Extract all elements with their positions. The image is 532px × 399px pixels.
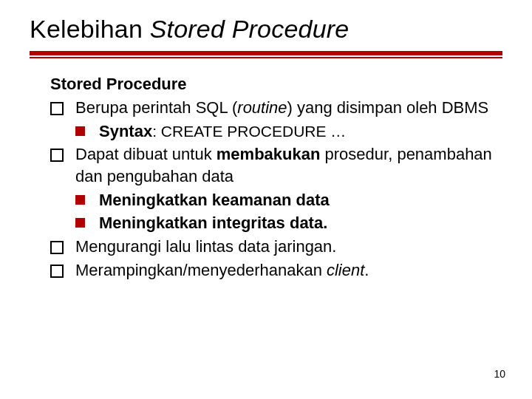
title-text-plain: Kelebihan (30, 15, 150, 43)
text-italic: client (327, 261, 364, 279)
text: : CREATE PROCEDURE … (152, 123, 346, 140)
text: . (364, 261, 369, 279)
text-italic: routine (237, 98, 287, 117)
text: Berupa perintah SQL ( (75, 98, 237, 117)
text-bold: Syntax (99, 122, 152, 140)
text: Mengurangi lalu lintas data jaringan. (75, 237, 336, 256)
list-item: Meningkatkan keamanan data (75, 189, 502, 211)
bullet-list: Berupa perintah SQL (routine) yang disim… (50, 97, 502, 282)
title-text-italic: Stored Procedure (150, 15, 349, 43)
rule-thin (30, 57, 502, 58)
subtitle: Stored Procedure (50, 75, 502, 94)
list-item: Dapat dibuat untuk membakukan prosedur, … (50, 143, 502, 234)
slide: Kelebihan Stored Procedure Stored Proced… (0, 0, 532, 399)
text-bold: membakukan (216, 145, 321, 163)
page-number: 10 (494, 368, 505, 380)
sublist: Meningkatkan keamanan data Meningkatkan … (75, 189, 502, 234)
sublist: Syntax: CREATE PROCEDURE … (75, 120, 502, 143)
list-item: Meningkatkan integritas data. (75, 212, 502, 234)
text-bold: Meningkatkan integritas data. (99, 214, 327, 232)
title-rule (30, 51, 502, 58)
text-bold: Meningkatkan keamanan data (99, 191, 330, 209)
text: Merampingkan/menyederhanakan (75, 261, 327, 279)
rule-thick (30, 51, 502, 55)
list-item: Mengurangi lalu lintas data jaringan. (50, 236, 502, 258)
text: Dapat dibuat untuk (75, 145, 216, 163)
list-item: Berupa perintah SQL (routine) yang disim… (50, 97, 502, 142)
list-item: Syntax: CREATE PROCEDURE … (75, 120, 502, 143)
slide-title: Kelebihan Stored Procedure (30, 15, 502, 44)
list-item: Merampingkan/menyederhanakan client. (50, 259, 502, 282)
text: ) yang disimpan oleh DBMS (287, 98, 489, 117)
